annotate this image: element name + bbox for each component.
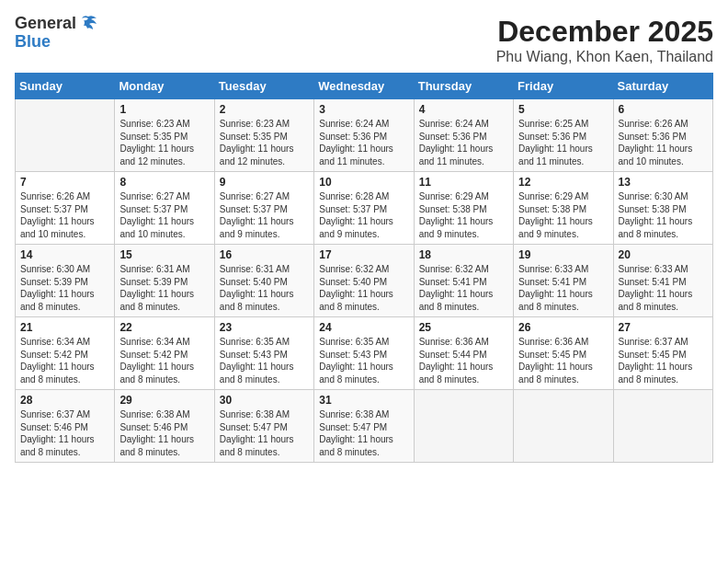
page-subtitle: Phu Wiang, Khon Kaen, Thailand xyxy=(496,49,713,65)
day-info: Sunrise: 6:24 AMSunset: 5:36 PMDaylight:… xyxy=(319,118,408,167)
header-sunday: Sunday xyxy=(16,74,115,99)
day-number: 17 xyxy=(319,248,408,261)
day-info: Sunrise: 6:29 AMSunset: 5:38 PMDaylight:… xyxy=(419,190,508,240)
day-info: Sunrise: 6:30 AMSunset: 5:39 PMDaylight:… xyxy=(20,263,109,313)
calendar-cell: 14Sunrise: 6:30 AMSunset: 5:39 PMDayligh… xyxy=(16,245,115,317)
calendar-cell: 2Sunrise: 6:23 AMSunset: 5:35 PMDaylight… xyxy=(214,99,313,172)
calendar-week-row: 1Sunrise: 6:23 AMSunset: 5:35 PMDaylight… xyxy=(16,99,713,172)
calendar-cell: 24Sunrise: 6:35 AMSunset: 5:43 PMDayligh… xyxy=(314,317,414,390)
header-friday: Friday xyxy=(514,74,613,99)
day-number: 12 xyxy=(518,176,608,189)
calendar-cell: 18Sunrise: 6:32 AMSunset: 5:41 PMDayligh… xyxy=(414,245,513,317)
day-number: 3 xyxy=(319,103,408,116)
day-number: 18 xyxy=(419,248,508,261)
calendar-header-row: SundayMondayTuesdayWednesdayThursdayFrid… xyxy=(16,74,713,99)
day-info: Sunrise: 6:36 AMSunset: 5:44 PMDaylight:… xyxy=(419,336,508,385)
calendar-cell xyxy=(514,390,613,463)
day-info: Sunrise: 6:29 AMSunset: 5:38 PMDaylight:… xyxy=(518,190,608,240)
page-title: December 2025 xyxy=(496,15,713,49)
day-info: Sunrise: 6:28 AMSunset: 5:37 PMDaylight:… xyxy=(319,190,408,240)
day-number: 21 xyxy=(20,321,109,334)
day-info: Sunrise: 6:26 AMSunset: 5:37 PMDaylight:… xyxy=(20,190,109,240)
day-number: 24 xyxy=(319,321,408,334)
day-number: 14 xyxy=(20,248,109,261)
day-number: 15 xyxy=(119,248,209,261)
day-info: Sunrise: 6:37 AMSunset: 5:46 PMDaylight:… xyxy=(20,408,109,458)
calendar-cell: 23Sunrise: 6:35 AMSunset: 5:43 PMDayligh… xyxy=(214,317,313,390)
day-info: Sunrise: 6:27 AMSunset: 5:37 PMDaylight:… xyxy=(220,190,309,240)
day-info: Sunrise: 6:34 AMSunset: 5:42 PMDaylight:… xyxy=(20,336,109,385)
calendar-cell: 29Sunrise: 6:38 AMSunset: 5:46 PMDayligh… xyxy=(115,390,214,463)
header-saturday: Saturday xyxy=(613,74,712,99)
calendar-cell: 16Sunrise: 6:31 AMSunset: 5:40 PMDayligh… xyxy=(214,245,313,317)
calendar-cell: 21Sunrise: 6:34 AMSunset: 5:42 PMDayligh… xyxy=(16,317,115,390)
day-info: Sunrise: 6:23 AMSunset: 5:35 PMDaylight:… xyxy=(220,118,309,167)
day-info: Sunrise: 6:33 AMSunset: 5:41 PMDaylight:… xyxy=(518,263,608,313)
day-info: Sunrise: 6:25 AMSunset: 5:36 PMDaylight:… xyxy=(518,118,608,167)
calendar-cell: 26Sunrise: 6:36 AMSunset: 5:45 PMDayligh… xyxy=(514,317,613,390)
calendar-table: SundayMondayTuesdayWednesdayThursdayFrid… xyxy=(15,73,713,463)
day-number: 19 xyxy=(518,248,608,261)
day-number: 28 xyxy=(20,394,109,407)
calendar-cell: 22Sunrise: 6:34 AMSunset: 5:42 PMDayligh… xyxy=(115,317,214,390)
day-number: 31 xyxy=(319,394,408,407)
calendar-cell xyxy=(16,99,115,172)
calendar-cell: 8Sunrise: 6:27 AMSunset: 5:37 PMDaylight… xyxy=(115,172,214,245)
day-number: 13 xyxy=(619,176,708,189)
calendar-cell: 10Sunrise: 6:28 AMSunset: 5:37 PMDayligh… xyxy=(314,172,414,245)
logo-blue: Blue xyxy=(15,33,98,52)
day-info: Sunrise: 6:38 AMSunset: 5:47 PMDaylight:… xyxy=(319,408,408,458)
title-block: December 2025 Phu Wiang, Khon Kaen, Thai… xyxy=(496,15,713,65)
header-tuesday: Tuesday xyxy=(214,74,313,99)
day-number: 4 xyxy=(419,103,508,116)
day-number: 26 xyxy=(518,321,608,334)
day-info: Sunrise: 6:38 AMSunset: 5:46 PMDaylight:… xyxy=(119,408,209,458)
calendar-cell: 31Sunrise: 6:38 AMSunset: 5:47 PMDayligh… xyxy=(314,390,414,463)
logo-bird-icon xyxy=(78,15,98,33)
calendar-cell xyxy=(613,390,712,463)
day-number: 29 xyxy=(119,394,209,407)
day-info: Sunrise: 6:35 AMSunset: 5:43 PMDaylight:… xyxy=(319,336,408,385)
day-number: 20 xyxy=(619,248,708,261)
day-info: Sunrise: 6:32 AMSunset: 5:40 PMDaylight:… xyxy=(319,263,408,313)
day-number: 30 xyxy=(220,394,309,407)
header-thursday: Thursday xyxy=(414,74,513,99)
day-info: Sunrise: 6:26 AMSunset: 5:36 PMDaylight:… xyxy=(619,118,708,167)
day-number: 27 xyxy=(619,321,708,334)
calendar-cell: 28Sunrise: 6:37 AMSunset: 5:46 PMDayligh… xyxy=(16,390,115,463)
calendar-cell: 30Sunrise: 6:38 AMSunset: 5:47 PMDayligh… xyxy=(214,390,313,463)
calendar-cell: 13Sunrise: 6:30 AMSunset: 5:38 PMDayligh… xyxy=(613,172,712,245)
calendar-cell: 11Sunrise: 6:29 AMSunset: 5:38 PMDayligh… xyxy=(414,172,513,245)
logo-general: General xyxy=(15,15,76,33)
day-info: Sunrise: 6:34 AMSunset: 5:42 PMDaylight:… xyxy=(119,336,209,385)
calendar-cell: 20Sunrise: 6:33 AMSunset: 5:41 PMDayligh… xyxy=(613,245,712,317)
calendar-cell: 7Sunrise: 6:26 AMSunset: 5:37 PMDaylight… xyxy=(16,172,115,245)
day-number: 22 xyxy=(119,321,209,334)
calendar-cell: 17Sunrise: 6:32 AMSunset: 5:40 PMDayligh… xyxy=(314,245,414,317)
day-number: 9 xyxy=(220,176,309,189)
day-info: Sunrise: 6:30 AMSunset: 5:38 PMDaylight:… xyxy=(619,190,708,240)
day-number: 8 xyxy=(119,176,209,189)
calendar-week-row: 7Sunrise: 6:26 AMSunset: 5:37 PMDaylight… xyxy=(16,172,713,245)
calendar-week-row: 28Sunrise: 6:37 AMSunset: 5:46 PMDayligh… xyxy=(16,390,713,463)
day-info: Sunrise: 6:32 AMSunset: 5:41 PMDaylight:… xyxy=(419,263,508,313)
day-number: 23 xyxy=(220,321,309,334)
day-number: 10 xyxy=(319,176,408,189)
calendar-week-row: 14Sunrise: 6:30 AMSunset: 5:39 PMDayligh… xyxy=(16,245,713,317)
day-number: 25 xyxy=(419,321,508,334)
calendar-cell: 27Sunrise: 6:37 AMSunset: 5:45 PMDayligh… xyxy=(613,317,712,390)
day-number: 6 xyxy=(619,103,708,116)
calendar-cell: 15Sunrise: 6:31 AMSunset: 5:39 PMDayligh… xyxy=(115,245,214,317)
day-info: Sunrise: 6:36 AMSunset: 5:45 PMDaylight:… xyxy=(518,336,608,385)
calendar-cell: 9Sunrise: 6:27 AMSunset: 5:37 PMDaylight… xyxy=(214,172,313,245)
day-number: 11 xyxy=(419,176,508,189)
day-info: Sunrise: 6:35 AMSunset: 5:43 PMDaylight:… xyxy=(220,336,309,385)
day-info: Sunrise: 6:31 AMSunset: 5:40 PMDaylight:… xyxy=(220,263,309,313)
calendar-cell: 19Sunrise: 6:33 AMSunset: 5:41 PMDayligh… xyxy=(514,245,613,317)
calendar-cell: 3Sunrise: 6:24 AMSunset: 5:36 PMDaylight… xyxy=(314,99,414,172)
calendar-cell: 1Sunrise: 6:23 AMSunset: 5:35 PMDaylight… xyxy=(115,99,214,172)
day-info: Sunrise: 6:24 AMSunset: 5:36 PMDaylight:… xyxy=(419,118,508,167)
calendar-cell: 6Sunrise: 6:26 AMSunset: 5:36 PMDaylight… xyxy=(613,99,712,172)
day-number: 2 xyxy=(220,103,309,116)
day-number: 1 xyxy=(119,103,209,116)
